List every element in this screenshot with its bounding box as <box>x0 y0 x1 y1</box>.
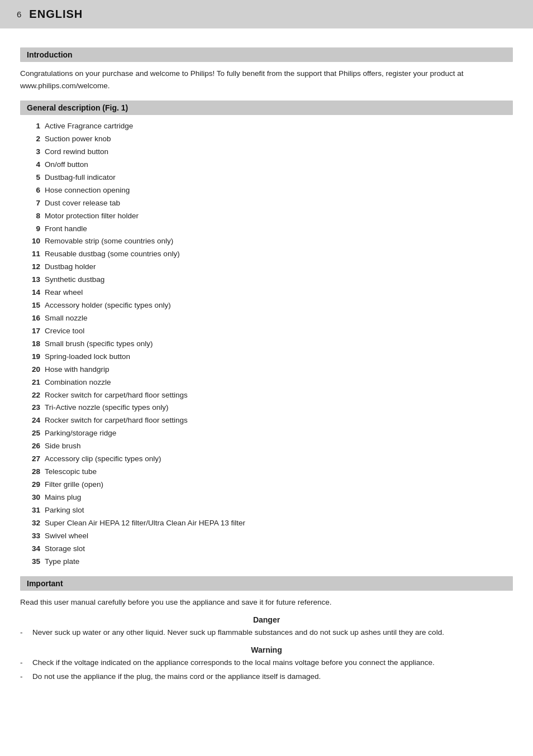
item-number: 20 <box>20 364 40 376</box>
bullet-item: -Never suck up water or any other liquid… <box>20 626 513 639</box>
item-text: Type plate <box>45 556 79 568</box>
item-text: Super Clean Air HEPA 12 filter/Ultra Cle… <box>45 518 245 529</box>
list-item: 14Rear wheel <box>20 287 513 299</box>
item-number: 4 <box>20 159 40 171</box>
list-item: 26Side brush <box>20 441 513 452</box>
item-number: 14 <box>20 287 40 299</box>
bullet-text: Never suck up water or any other liquid.… <box>32 626 444 639</box>
item-text: Suction power knob <box>45 133 111 145</box>
item-number: 3 <box>20 146 40 158</box>
list-item: 29Filter grille (open) <box>20 479 513 491</box>
item-number: 19 <box>20 351 40 363</box>
item-number: 1 <box>20 121 40 132</box>
list-item: 18Small brush (specific types only) <box>20 338 513 350</box>
list-item: 8Motor protection filter holder <box>20 210 513 222</box>
item-text: Mains plug <box>45 492 81 504</box>
item-text: Dust cover release tab <box>45 198 120 209</box>
list-item: 3Cord rewind button <box>20 146 513 158</box>
item-number: 11 <box>20 248 40 260</box>
item-text: Active Fragrance cartridge <box>45 121 133 132</box>
bullet-text: Check if the voltage indicated on the ap… <box>32 657 435 669</box>
item-number: 10 <box>20 236 40 247</box>
item-number: 25 <box>20 428 40 439</box>
list-item: 7Dust cover release tab <box>20 198 513 209</box>
dash: - <box>20 671 30 683</box>
item-number: 34 <box>20 543 40 555</box>
list-item: 25Parking/storage ridge <box>20 428 513 439</box>
item-number: 12 <box>20 261 40 273</box>
item-text: Rocker switch for carpet/hard floor sett… <box>45 390 188 401</box>
warning-list: -Check if the voltage indicated on the a… <box>20 657 513 683</box>
item-text: Reusable dustbag (some countries only) <box>45 248 180 260</box>
list-item: 6Hose connection opening <box>20 185 513 197</box>
item-text: Parking/storage ridge <box>45 428 116 439</box>
item-text: Hose with handgrip <box>45 364 110 376</box>
important-intro-text: Read this user manual carefully before y… <box>20 596 513 609</box>
item-number: 9 <box>20 223 40 235</box>
page-number: 6 <box>17 9 21 19</box>
list-item: 1Active Fragrance cartridge <box>20 121 513 132</box>
list-item: 20Hose with handgrip <box>20 364 513 376</box>
item-text: Crevice tool <box>45 326 84 337</box>
list-item: 23Tri-Active nozzle (specific types only… <box>20 402 513 414</box>
list-item: 24Rocker switch for carpet/hard floor se… <box>20 415 513 427</box>
intro-text: Congratulations on your purchase and wel… <box>20 68 513 92</box>
item-number: 13 <box>20 274 40 286</box>
item-number: 29 <box>20 479 40 491</box>
item-number: 33 <box>20 530 40 542</box>
list-item: 15Accessory holder (specific types only) <box>20 300 513 312</box>
item-number: 16 <box>20 313 40 324</box>
header-bar: 6 ENGLISH <box>0 0 533 28</box>
item-text: Spring-loaded lock button <box>45 351 130 363</box>
item-number: 31 <box>20 505 40 516</box>
item-number: 24 <box>20 415 40 427</box>
item-text: Accessory clip (specific types only) <box>45 453 161 465</box>
item-text: Hose connection opening <box>45 185 130 197</box>
item-text: Telescopic tube <box>45 466 97 478</box>
intro-section-header: Introduction <box>20 47 513 62</box>
item-text: Small brush (specific types only) <box>45 338 153 350</box>
list-item: 27Accessory clip (specific types only) <box>20 453 513 465</box>
list-item: 30Mains plug <box>20 492 513 504</box>
item-number: 21 <box>20 377 40 389</box>
list-item: 19Spring-loaded lock button <box>20 351 513 363</box>
item-number: 32 <box>20 518 40 529</box>
item-text: Parking slot <box>45 505 84 516</box>
list-item: 2Suction power knob <box>20 133 513 145</box>
item-text: Accessory holder (specific types only) <box>45 300 171 312</box>
item-number: 28 <box>20 466 40 478</box>
item-text: Tri-Active nozzle (specific types only) <box>45 402 169 414</box>
item-text: Small nozzle <box>45 313 88 324</box>
item-number: 26 <box>20 441 40 452</box>
list-item: 12Dustbag holder <box>20 261 513 273</box>
list-item: 13Synthetic dustbag <box>20 274 513 286</box>
important-section-header: Important <box>20 576 513 591</box>
item-text: On/off button <box>45 159 88 171</box>
item-text: Filter grille (open) <box>45 479 103 491</box>
list-item: 11Reusable dustbag (some countries only) <box>20 248 513 260</box>
item-text: Swivel wheel <box>45 530 88 542</box>
list-item: 21 Combination nozzle <box>20 377 513 389</box>
list-item: 28Telescopic tube <box>20 466 513 478</box>
danger-list: -Never suck up water or any other liquid… <box>20 626 513 639</box>
list-item: 33Swivel wheel <box>20 530 513 542</box>
dash: - <box>20 657 30 669</box>
item-text: Combination nozzle <box>45 377 111 389</box>
list-item: 10Removable strip (some countries only) <box>20 236 513 247</box>
bullet-item: -Do not use the appliance if the plug, t… <box>20 671 513 683</box>
item-text: Synthetic dustbag <box>45 274 104 286</box>
main-content: Introduction Congratulations on your pur… <box>0 28 533 698</box>
dash: - <box>20 626 30 639</box>
item-number: 15 <box>20 300 40 312</box>
item-number: 17 <box>20 326 40 337</box>
item-number: 2 <box>20 133 40 145</box>
language-title: ENGLISH <box>29 8 83 21</box>
item-number: 23 <box>20 402 40 414</box>
item-number: 30 <box>20 492 40 504</box>
list-item: 32Super Clean Air HEPA 12 filter/Ultra C… <box>20 518 513 529</box>
page: 6 ENGLISH Introduction Congratulations o… <box>0 0 533 756</box>
item-number: 27 <box>20 453 40 465</box>
item-number: 35 <box>20 556 40 568</box>
item-number: 5 <box>20 172 40 184</box>
item-text: Cord rewind button <box>45 146 108 158</box>
